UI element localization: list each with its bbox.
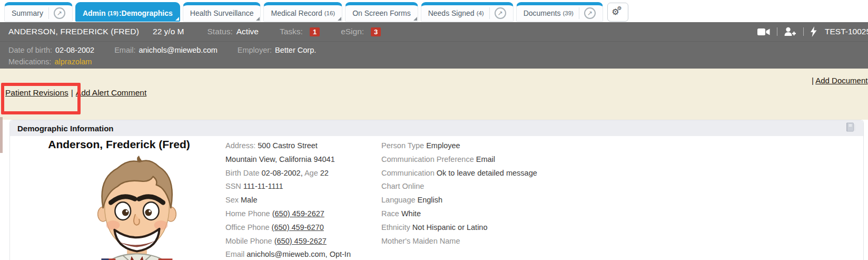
tab-suffix: :Demographics: [119, 9, 173, 17]
chart-id: TEST-10025: [825, 27, 868, 36]
field-label: Chart Online: [381, 182, 424, 190]
lightning-icon[interactable]: [811, 26, 817, 37]
field-label: Mobile Phone: [225, 237, 274, 245]
tab-label: Summary: [12, 9, 43, 17]
tab-summary[interactable]: Summary↗: [4, 2, 73, 22]
tab-health-surveillance[interactable]: Health Surveillance: [183, 2, 261, 22]
field-label: Communication Preference: [381, 155, 476, 163]
demographic-row: Home Phone (650) 459-2627: [225, 207, 351, 221]
arrow-up-right-circle-icon[interactable]: ↗: [495, 7, 506, 19]
annotation-highlight-box: [1, 83, 81, 114]
field-label: Sex: [225, 196, 241, 204]
settings-gear-button[interactable]: ⚙⚙: [607, 3, 628, 22]
action-links-band: | Add Document Patient Revisions|Add Ale…: [0, 69, 868, 120]
tab-dropdown-fold-icon: [413, 17, 417, 21]
demographic-row: Person Type Employee: [381, 139, 537, 153]
employer-label: Employer:: [238, 46, 272, 54]
demographics-right-column: Person Type EmployeeCommunication Prefer…: [381, 139, 537, 248]
tab-label: Health Surveillance: [190, 9, 254, 17]
add-document-link[interactable]: Add Document: [815, 76, 867, 85]
medication-value[interactable]: alprazolam: [54, 57, 92, 66]
esign-label: eSign:: [341, 27, 364, 36]
tab-documents[interactable]: Documents(39)↗: [516, 2, 603, 22]
demographic-row: Race White: [381, 207, 537, 221]
patient-photo[interactable]: [87, 156, 187, 260]
email-label: Email:: [114, 46, 135, 54]
info-row-1: Date of birth: 02-08-2002 Email: anichol…: [8, 44, 868, 56]
dob-label: Date of birth:: [8, 46, 52, 54]
tab-dropdown-fold-icon: [338, 17, 341, 21]
field-value: English: [418, 196, 443, 204]
demographic-row: Communication Ok to leave detailed messa…: [381, 167, 537, 180]
demographic-row: Chart Online: [381, 180, 537, 194]
demographic-row: Sex Male: [225, 194, 351, 207]
tab-dropdown-fold-icon: [256, 17, 260, 21]
demographic-row: Ethnicity Not Hispanic or Latino: [381, 221, 537, 235]
tab-bar: Summary↗Admin(19):DemographicsHealth Sur…: [0, 0, 868, 22]
gear-icon-small: ⚙: [617, 6, 622, 11]
email-value: anichols@mieweb.com: [139, 46, 217, 54]
panel-title: Demographic Information: [17, 124, 114, 133]
field-value: 500 Castro Street: [258, 141, 318, 150]
employer-value: Better Corp.: [275, 46, 316, 54]
field-value: 22: [320, 169, 329, 177]
tab-on-screen-forms[interactable]: On Screen Forms: [345, 2, 418, 22]
tab-label: Needs Signed: [428, 9, 475, 17]
tab-divider: [48, 7, 49, 19]
field-label: Person Type: [381, 141, 426, 150]
status-label: Status:: [208, 27, 233, 36]
field-label: Race: [381, 209, 401, 218]
link-separator: |: [71, 88, 73, 97]
phone-link[interactable]: (650) 459-2627: [272, 209, 324, 218]
field-label: Communication: [381, 169, 437, 177]
demographic-patient-name: Anderson, Frederick (Fred): [34, 138, 204, 151]
dob-value: 02-08-2002: [55, 46, 94, 54]
field-label: Age: [304, 169, 320, 177]
tab-count: (4): [477, 10, 484, 16]
field-value: 111-11-1111: [243, 182, 283, 190]
demographic-row: Language English: [381, 194, 537, 207]
tab-strip: Summary↗Admin(19):DemographicsHealth Sur…: [4, 2, 603, 22]
add-document-area: | Add Document: [812, 76, 867, 85]
field-value: Mountain View, California 94041: [225, 155, 335, 163]
demographic-row: Communication Preference Email: [381, 153, 537, 167]
tab-admin[interactable]: Admin(19):Demographics: [75, 2, 180, 22]
panel-header: Demographic Information: [10, 120, 863, 136]
patient-name: ANDERSON, FREDERICK (FRED): [8, 27, 139, 36]
demographic-row: Email anichols@mieweb.com, Opt-In: [225, 248, 351, 260]
esign-count-badge[interactable]: 3: [371, 27, 381, 36]
icon-divider: [803, 27, 804, 36]
phone-link[interactable]: (650) 459-6270: [272, 223, 324, 232]
tab-dropdown-fold-icon: [175, 17, 179, 21]
demographic-row: Office Phone (650) 459-6270: [225, 221, 351, 235]
tab-medical-record[interactable]: Medical Record(16): [263, 2, 342, 22]
tab-label: Medical Record: [271, 9, 322, 17]
status-value: Active: [236, 27, 259, 36]
field-value: anichols@mieweb.com, Opt-In: [246, 250, 351, 258]
field-value: Ok to leave detailed message: [437, 169, 537, 177]
info-row-2: Medications: alprazolam: [8, 56, 868, 68]
field-value: 02-08-2002,: [262, 169, 304, 177]
arrow-up-right-circle-icon[interactable]: ↗: [584, 7, 596, 19]
patient-age-sex: 22 y/o M: [153, 27, 184, 36]
patient-revisions-link[interactable]: Patient Revisions: [5, 88, 68, 97]
phone-link[interactable]: (650) 459-2627: [274, 237, 327, 245]
tasks-count-badge[interactable]: 1: [310, 27, 320, 36]
field-label: Ethnicity: [381, 223, 412, 232]
demographic-row: SSN 111-11-1111: [225, 180, 351, 194]
field-label: Mother's Maiden Name: [381, 237, 460, 245]
add-alert-comment-link[interactable]: Add Alert Comment: [76, 88, 146, 97]
field-label: SSN: [225, 182, 243, 190]
arrow-up-right-circle-icon[interactable]: ↗: [54, 7, 65, 19]
add-person-icon[interactable]: [784, 27, 796, 36]
journal-book-icon[interactable]: [844, 121, 856, 135]
icon-divider: [777, 27, 777, 36]
tab-needs-signed[interactable]: Needs Signed(4)↗: [421, 2, 514, 22]
tab-divider: [579, 7, 579, 19]
patient-info-bar: Date of birth: 02-08-2002 Email: anichol…: [0, 41, 868, 69]
video-camera-icon[interactable]: [757, 27, 770, 36]
annotation-edge-artifact: [0, 117, 3, 153]
demographic-row: Birth Date 02-08-2002, Age 22: [225, 167, 351, 180]
field-value: White: [401, 209, 421, 218]
field-label: Language: [381, 196, 418, 204]
